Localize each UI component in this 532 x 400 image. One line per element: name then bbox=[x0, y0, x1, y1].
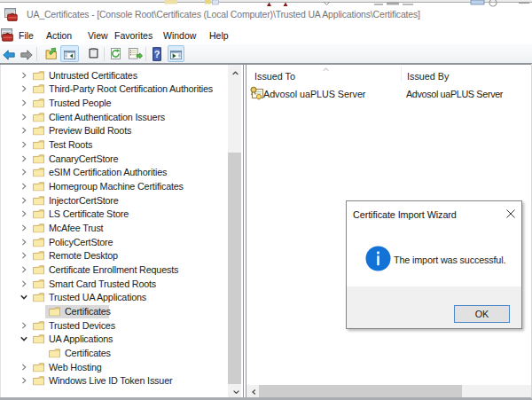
svg-text:?: ? bbox=[154, 49, 160, 59]
